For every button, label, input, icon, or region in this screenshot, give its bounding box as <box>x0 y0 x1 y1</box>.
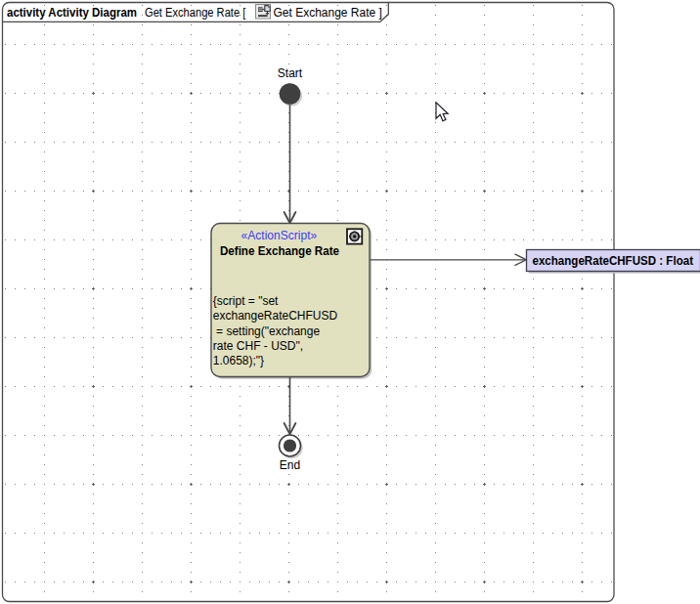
svg-text:End: End <box>280 458 300 472</box>
svg-text:Get Exchange Rate ]: Get Exchange Rate ] <box>274 6 382 20</box>
svg-text:Define Exchange Rate: Define Exchange Rate <box>220 244 340 258</box>
svg-text:Get Exchange Rate [: Get Exchange Rate [ <box>145 6 246 20</box>
svg-text:= setting("exchange: = setting("exchange <box>216 324 320 338</box>
svg-text:activity Activity Diagram: activity Activity Diagram <box>7 6 137 20</box>
svg-text:{script = "set: {script = "set <box>213 294 279 308</box>
svg-text:Start: Start <box>278 66 303 80</box>
svg-text:«ActionScript»: «ActionScript» <box>241 229 318 242</box>
svg-text:rate CHF - USD",: rate CHF - USD", <box>213 339 303 353</box>
svg-text:exchangeRateCHFUSD: exchangeRateCHFUSD <box>213 309 338 323</box>
svg-text:exchangeRateCHFUSD : Float: exchangeRateCHFUSD : Float <box>533 254 694 268</box>
svg-text:1.0658);"}: 1.0658);"} <box>213 354 264 367</box>
